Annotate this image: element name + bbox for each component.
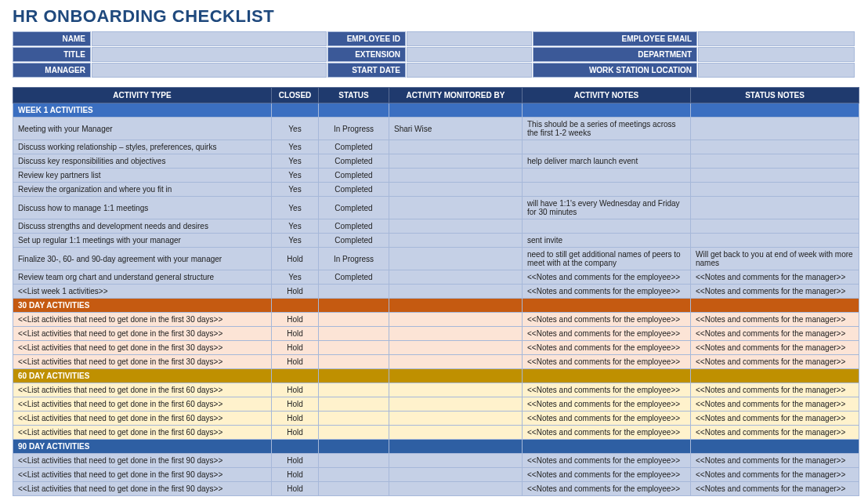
cell-closed[interactable]: Yes (272, 197, 319, 219)
cell-closed[interactable]: Hold (272, 341, 319, 355)
cell-activity-notes[interactable]: <<Notes and comments for the employee>> (523, 313, 691, 327)
cell-closed[interactable]: Hold (272, 285, 319, 299)
cell-activity[interactable]: Set up regular 1:1 meetings with your ma… (13, 234, 272, 248)
cell-activity-notes[interactable] (523, 183, 691, 197)
cell-monitored-by[interactable] (389, 140, 523, 154)
cell-monitored-by[interactable] (389, 426, 523, 440)
cell-activity-notes[interactable]: will have 1:1's every Wednesday and Frid… (523, 197, 691, 219)
cell-status-notes[interactable] (691, 118, 859, 140)
cell-activity-notes[interactable] (523, 140, 691, 154)
cell-status[interactable]: In Progress (319, 248, 389, 270)
cell-closed[interactable]: Hold (272, 468, 319, 482)
cell-monitored-by[interactable] (389, 197, 523, 219)
cell-closed[interactable]: Hold (272, 412, 319, 426)
cell-monitored-by[interactable] (389, 183, 523, 197)
cell-closed[interactable]: Hold (272, 327, 319, 341)
cell-activity[interactable]: Discuss how to manage 1:1 meetings (13, 197, 272, 219)
cell-monitored-by[interactable] (389, 482, 523, 496)
cell-closed[interactable]: Yes (272, 270, 319, 285)
cell-activity[interactable]: <<List activities that need to get done … (13, 313, 272, 327)
cell-status-notes[interactable]: <<Notes and comments for the manager>> (691, 482, 859, 496)
cell-status[interactable]: Completed (319, 169, 389, 183)
cell-status[interactable] (319, 285, 389, 299)
cell-monitored-by[interactable] (389, 219, 523, 234)
value-work-station[interactable] (698, 63, 855, 78)
cell-closed[interactable]: Yes (272, 183, 319, 197)
cell-activity-notes[interactable]: <<Notes and comments for the employee>> (523, 355, 691, 369)
cell-closed[interactable]: Yes (272, 118, 319, 140)
cell-monitored-by[interactable]: Shari Wise (389, 118, 523, 140)
cell-status-notes[interactable]: <<Notes and comments for the manager>> (691, 285, 859, 299)
cell-activity-notes[interactable]: <<Notes and comments for the employee>> (523, 341, 691, 355)
cell-activity[interactable]: Discuss key responsibilities and objecti… (13, 154, 272, 169)
cell-status-notes[interactable] (691, 219, 859, 234)
cell-status[interactable]: Completed (319, 197, 389, 219)
cell-status[interactable] (319, 327, 389, 341)
cell-status-notes[interactable]: <<Notes and comments for the manager>> (691, 313, 859, 327)
cell-activity-notes[interactable] (523, 219, 691, 234)
cell-status[interactable] (319, 412, 389, 426)
cell-monitored-by[interactable] (389, 397, 523, 412)
cell-activity-notes[interactable] (523, 169, 691, 183)
cell-closed[interactable]: Hold (272, 426, 319, 440)
cell-closed[interactable]: Hold (272, 383, 319, 397)
cell-monitored-by[interactable] (389, 169, 523, 183)
cell-activity-notes[interactable]: <<Notes and comments for the employee>> (523, 383, 691, 397)
cell-status[interactable]: Completed (319, 183, 389, 197)
cell-monitored-by[interactable] (389, 327, 523, 341)
cell-status[interactable]: Completed (319, 234, 389, 248)
cell-status-notes[interactable]: <<Notes and comments for the manager>> (691, 383, 859, 397)
cell-status[interactable] (319, 468, 389, 482)
cell-closed[interactable]: Hold (272, 313, 319, 327)
cell-activity-notes[interactable]: This should be a series of meetings acro… (523, 118, 691, 140)
cell-activity-notes[interactable]: sent invite (523, 234, 691, 248)
cell-monitored-by[interactable] (389, 468, 523, 482)
value-manager[interactable] (92, 63, 327, 78)
cell-activity[interactable]: <<List activities that need to get done … (13, 397, 272, 412)
cell-activity-notes[interactable]: <<Notes and comments for the employee>> (523, 327, 691, 341)
cell-monitored-by[interactable] (389, 313, 523, 327)
cell-status-notes[interactable]: <<Notes and comments for the manager>> (691, 270, 859, 285)
cell-status-notes[interactable]: <<Notes and comments for the manager>> (691, 327, 859, 341)
cell-activity[interactable]: <<List activities that need to get done … (13, 468, 272, 482)
cell-status[interactable]: Completed (319, 270, 389, 285)
cell-monitored-by[interactable] (389, 341, 523, 355)
cell-status[interactable] (319, 482, 389, 496)
cell-activity[interactable]: <<List activities that need to get done … (13, 355, 272, 369)
cell-status-notes[interactable] (691, 169, 859, 183)
cell-monitored-by[interactable] (389, 454, 523, 468)
cell-status[interactable] (319, 341, 389, 355)
cell-status-notes[interactable]: <<Notes and comments for the manager>> (691, 412, 859, 426)
cell-status[interactable] (319, 426, 389, 440)
cell-activity-notes[interactable]: <<Notes and comments for the employee>> (523, 482, 691, 496)
cell-activity-notes[interactable]: <<Notes and comments for the employee>> (523, 426, 691, 440)
cell-activity[interactable]: Discuss working relationship – styles, p… (13, 140, 272, 154)
cell-activity[interactable]: Review team org chart and understand gen… (13, 270, 272, 285)
cell-monitored-by[interactable] (389, 270, 523, 285)
cell-status[interactable] (319, 355, 389, 369)
cell-monitored-by[interactable] (389, 355, 523, 369)
cell-status[interactable]: In Progress (319, 118, 389, 140)
cell-monitored-by[interactable] (389, 234, 523, 248)
cell-activity-notes[interactable]: <<Notes and comments for the employee>> (523, 454, 691, 468)
value-department[interactable] (698, 47, 855, 62)
cell-closed[interactable]: Yes (272, 169, 319, 183)
cell-status[interactable]: Completed (319, 219, 389, 234)
cell-activity-notes[interactable]: <<Notes and comments for the employee>> (523, 468, 691, 482)
cell-status-notes[interactable] (691, 197, 859, 219)
cell-status-notes[interactable]: <<Notes and comments for the manager>> (691, 397, 859, 412)
value-employee-id[interactable] (407, 31, 532, 46)
value-employee-email[interactable] (698, 31, 855, 46)
cell-activity-notes[interactable]: <<Notes and comments for the employee>> (523, 397, 691, 412)
cell-monitored-by[interactable] (389, 412, 523, 426)
cell-monitored-by[interactable] (389, 154, 523, 169)
cell-activity[interactable]: <<List activities that need to get done … (13, 412, 272, 426)
cell-activity[interactable]: <<List week 1 activities>> (13, 285, 272, 299)
cell-status-notes[interactable]: <<Notes and comments for the manager>> (691, 454, 859, 468)
cell-activity[interactable]: <<List activities that need to get done … (13, 341, 272, 355)
cell-monitored-by[interactable] (389, 248, 523, 270)
cell-status-notes[interactable] (691, 140, 859, 154)
cell-activity[interactable]: Discuss strengths and development needs … (13, 219, 272, 234)
cell-status[interactable]: Completed (319, 154, 389, 169)
cell-activity[interactable]: <<List activities that need to get done … (13, 383, 272, 397)
